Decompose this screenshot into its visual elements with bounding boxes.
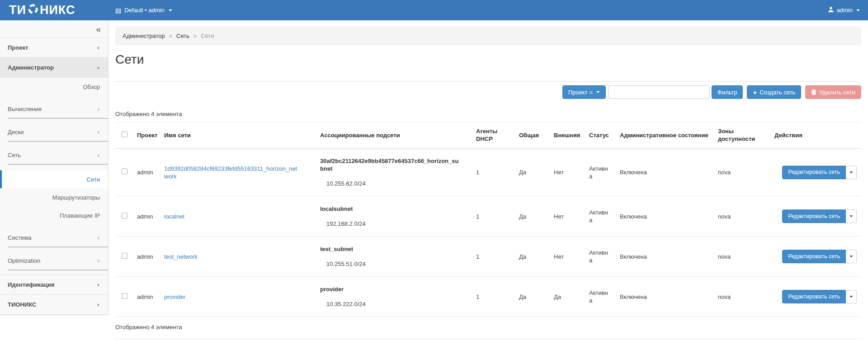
sidebar-item-volumes[interactable]: Диски ∨ — [8, 119, 108, 142]
cell-external: Нет — [550, 237, 585, 277]
chevron-down-icon: ∨ — [97, 303, 100, 307]
user-name: admin — [837, 7, 853, 14]
subnet-name: localsubnet — [320, 205, 460, 213]
edit-network-button[interactable]: Редактировать сеть — [782, 250, 846, 263]
column-header-external: Внешняя — [550, 123, 585, 149]
chevron-down-icon — [596, 91, 600, 93]
cell-project: admin — [133, 277, 160, 317]
network-name-link[interactable]: localnet — [164, 213, 184, 220]
row-actions: Редактировать сеть — [774, 210, 857, 223]
title-divider — [115, 81, 861, 82]
sidebar-item-networks[interactable]: Сети — [0, 170, 108, 188]
sidebar-item-system[interactable]: Система ∨ — [8, 224, 108, 247]
row-actions-dropdown-toggle[interactable] — [846, 210, 857, 223]
cell-admin-state: Включена — [616, 237, 714, 277]
sidebar-collapse-button[interactable]: « — [96, 25, 101, 33]
chevron-down-icon — [849, 215, 853, 217]
breadcrumb: Администратор » Сеть » Сети — [115, 26, 861, 45]
row-checkbox[interactable] — [122, 293, 127, 299]
cell-external: Нет — [550, 196, 585, 237]
edit-network-button[interactable]: Редактировать сеть — [782, 290, 846, 303]
sidebar: « Проект ∨ Администратор ∧ Обзор Вычисле… — [0, 20, 108, 315]
column-header-availability-zones: Зоны доступности — [714, 123, 771, 149]
table-header-row: Проект Имя сети Ассоциированные подсети … — [115, 123, 861, 149]
sidebar-item-overview[interactable]: Обзор — [0, 78, 108, 96]
select-all-checkbox[interactable] — [122, 131, 127, 137]
sidebar-item-network[interactable]: Сеть ∧ — [8, 142, 108, 165]
sidebar-item-tionix[interactable]: ТИОНИКС ∨ — [0, 295, 108, 315]
domain-project-switcher[interactable]: ▤ Default • admin — [115, 7, 172, 14]
cell-shared: Да — [515, 237, 550, 277]
context-label: Default • admin — [124, 7, 164, 14]
subnet-cidr: 192.168.2.0/24 — [326, 220, 469, 228]
column-header-dhcp-agents: Агенты DHCP — [472, 123, 515, 149]
filter-button[interactable]: Фильтр — [712, 85, 743, 99]
chevron-down-icon: ∨ — [97, 130, 100, 135]
column-header-project: Проект — [133, 123, 160, 149]
network-name-link[interactable]: provider — [164, 293, 185, 301]
edit-network-button[interactable]: Редактировать сеть — [782, 210, 846, 223]
items-count-bottom: Отображено 4 элемента — [115, 317, 861, 339]
sidebar-item-admin[interactable]: Администратор ∧ — [0, 58, 108, 78]
project-filter-dropdown[interactable]: Проект = — [562, 85, 606, 99]
cell-subnets: provider 10.35.222.0/24 — [316, 277, 472, 317]
chevron-up-icon: ∧ — [97, 153, 100, 158]
cell-project: admin — [133, 196, 160, 237]
trash-icon — [811, 89, 816, 96]
edit-network-button[interactable]: Редактировать сеть — [782, 166, 846, 179]
brand-text-right: НИКС — [40, 3, 75, 17]
sidebar-collapse-row: « — [0, 20, 108, 38]
cell-status: Активна — [589, 209, 609, 224]
plus-icon: + — [753, 89, 757, 96]
sidebar-item-identity[interactable]: Идентификация ∨ — [0, 275, 108, 295]
tionix-logo[interactable]: ТИ НИКС — [0, 3, 108, 18]
table-row: admin localnet localsubnet 192.168.2.0/2… — [115, 196, 861, 237]
breadcrumb-network[interactable]: Сеть — [176, 33, 189, 39]
breadcrumb-separator: » — [193, 33, 197, 39]
chevron-down-icon: ∨ — [97, 283, 100, 287]
user-icon — [828, 6, 834, 14]
items-count-top: Отображено 4 элемента — [115, 111, 861, 117]
subnet-name: 30af2bc2112642e9bb45877e64537c66_horizon… — [320, 157, 460, 172]
chevron-up-icon: ∧ — [97, 65, 100, 70]
cell-shared: Да — [515, 196, 550, 237]
cell-status: Активна — [589, 165, 609, 180]
row-actions-dropdown-toggle[interactable] — [846, 290, 857, 303]
column-header-admin-state: Административное состояние — [616, 123, 714, 149]
chevron-down-icon — [856, 9, 860, 11]
breadcrumb-separator: » — [169, 33, 172, 39]
top-navbar: ТИ НИКС ▤ Default • admin admin — [0, 0, 868, 20]
chevron-down-icon — [849, 296, 853, 298]
sidebar-item-compute[interactable]: Вычисления ∨ — [8, 96, 108, 119]
subnet-cidr: 10.255.51.0/24 — [326, 260, 469, 268]
row-actions: Редактировать сеть — [774, 250, 857, 263]
subnet-cidr: 10.35.222.0/24 — [326, 300, 469, 308]
sidebar-item-project[interactable]: Проект ∨ — [0, 38, 108, 58]
row-checkbox[interactable] — [122, 168, 127, 174]
network-name-link[interactable]: 1d9392d058284cf69233fefd55163311_horizon… — [164, 165, 300, 180]
sidebar-item-floating-ips[interactable]: Плавающие IP — [0, 206, 108, 224]
delete-networks-button[interactable]: Удалить сети — [805, 85, 861, 99]
column-header-actions: Действия — [771, 123, 861, 149]
user-menu[interactable]: admin — [828, 0, 860, 20]
row-actions-dropdown-toggle[interactable] — [846, 166, 857, 179]
cell-project: admin — [133, 237, 160, 277]
sidebar-item-optimization[interactable]: Optimization ∨ — [8, 247, 108, 270]
row-actions-dropdown-toggle[interactable] — [846, 250, 857, 263]
breadcrumb-current: Сети — [201, 33, 214, 39]
tionix-swirl-icon — [28, 4, 38, 18]
chevron-down-icon: ∨ — [97, 46, 100, 50]
row-checkbox[interactable] — [122, 253, 127, 259]
cell-dhcp-agents: 1 — [472, 149, 515, 196]
column-header-network-name: Имя сети — [160, 123, 316, 149]
cell-subnets: 30af2bc2112642e9bb45877e64537c66_horizon… — [316, 149, 472, 196]
breadcrumb-admin[interactable]: Администратор — [123, 33, 165, 39]
filter-input[interactable] — [608, 85, 710, 99]
network-name-link[interactable]: test_network — [164, 253, 198, 261]
sidebar-item-routers[interactable]: Маршрутизаторы — [0, 188, 108, 206]
row-checkbox[interactable] — [122, 213, 127, 219]
chevron-down-icon — [849, 256, 853, 257]
table-row: admin test_network test_subnet 10.255.51… — [115, 237, 861, 277]
subnet-cidr: 10.255.62.0/24 — [326, 180, 469, 187]
create-network-button[interactable]: + Создать сеть — [747, 85, 801, 99]
